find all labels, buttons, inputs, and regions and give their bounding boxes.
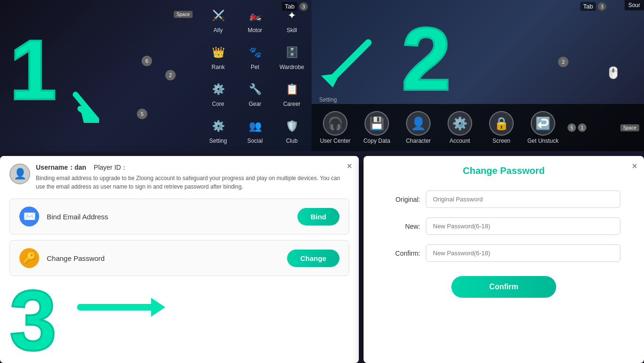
wardrobe-label: Wardrobe [280, 64, 304, 70]
username-row: Username：dan Player ID： [36, 164, 349, 172]
right-tab-badge: 3 [598, 2, 606, 11]
ally-icon: ⚔️ [209, 6, 228, 25]
character-icon: 👤 [406, 111, 431, 136]
menu-item-career[interactable]: 📋 Career [274, 76, 310, 112]
menu-item-motor[interactable]: 🏍️ Motor [237, 2, 273, 38]
account-icon: ⚙️ [448, 111, 472, 136]
menu-item-gear[interactable]: 🔧 Gear [237, 76, 273, 112]
badge-5-left: 5 [137, 109, 147, 119]
menu-item-setting[interactable]: ⚙️ Setting [200, 112, 236, 148]
sour-label: Sour [625, 0, 644, 10]
badge-2-left: 2 [165, 70, 176, 80]
menu-item-pet[interactable]: 🐾 Pet [237, 39, 273, 75]
space-badge-left: Space [174, 11, 193, 18]
copy-data-label: Copy Data [364, 138, 390, 144]
badge-6: 6 [142, 56, 152, 66]
bottom-icon-get-unstuck[interactable]: ↩️ Get Unstuck [524, 111, 562, 144]
motor-icon: 🏍️ [246, 6, 264, 25]
bottom-icon-user-center[interactable]: 🎧 User Center [316, 111, 354, 144]
account-label: Account [449, 138, 470, 144]
change-password-button[interactable]: Change [287, 250, 339, 267]
username-text: Username：dan [36, 164, 86, 172]
skill-icon: ✦ [282, 6, 301, 25]
change-password-card: 🔑 Change Password Change [9, 240, 349, 276]
right-tab-bar: Tab 3 [580, 2, 606, 11]
core-label: Core [212, 101, 224, 107]
career-icon: 📋 [282, 80, 301, 99]
get-unstuck-label: Get Unstuck [527, 138, 559, 144]
menu-item-ally[interactable]: ⚔️ Ally [200, 2, 236, 38]
account-dialog-body: ✉️ Bind Email Address Bind 🔑 Change Pass… [0, 191, 359, 284]
get-unstuck-icon: ↩️ [531, 111, 555, 136]
gear-icon: 🔧 [246, 80, 264, 99]
core-icon: ⚙️ [209, 80, 228, 99]
screen-icon: 🔒 [489, 111, 514, 136]
account-dialog-close[interactable]: × [347, 161, 352, 172]
career-label: Career [283, 101, 301, 107]
right-tab-label: Tab [580, 2, 596, 11]
account-dialog-header: 👤 Username：dan Player ID： Binding email … [0, 156, 359, 191]
ally-label: Ally [213, 27, 222, 34]
confirm-password-input[interactable] [426, 244, 620, 262]
account-dialog: × 👤 Username：dan Player ID： Binding emai… [0, 156, 359, 363]
motor-label: Motor [248, 27, 263, 34]
social-icon: 👥 [246, 117, 264, 136]
badge-2-right: 2 [558, 57, 568, 67]
password-icon: 🔑 [19, 248, 39, 268]
user-avatar: 👤 [9, 164, 30, 184]
bottom-icon-copy-data[interactable]: 💾 Copy Data [358, 111, 396, 144]
badge-5-right: 5 [568, 123, 576, 132]
bind-email-button[interactable]: Bind [297, 208, 339, 225]
bottom-icon-character[interactable]: 👤 Character [399, 111, 437, 144]
sour-text: Sour [628, 2, 640, 9]
pet-icon: 🐾 [246, 43, 264, 62]
bind-email-card: ✉️ Bind Email Address Bind [9, 199, 349, 234]
email-icon: ✉️ [19, 207, 39, 226]
confirm-password-row: Confirm: [387, 244, 620, 262]
change-password-dialog: × Change Password Original: New: Confirm… [364, 156, 644, 363]
confirm-label: Confirm: [387, 250, 420, 257]
rank-label: Rank [212, 64, 225, 70]
menu-item-rank[interactable]: 👑 Rank [200, 39, 236, 75]
new-password-input[interactable] [426, 217, 620, 235]
menu-item-skill[interactable]: ✦ Skill [274, 2, 310, 38]
original-password-row: Original: [387, 190, 620, 208]
password-dialog-title: Change Password [373, 165, 635, 176]
original-password-input[interactable] [426, 190, 620, 208]
user-info: Username：dan Player ID： Binding email ad… [36, 164, 349, 191]
character-label: Character [406, 138, 431, 144]
gear-label: Gear [249, 101, 262, 107]
pet-label: Pet [251, 64, 259, 70]
right-panel-badges: 5 1 [568, 123, 586, 132]
password-dialog-close[interactable]: × [632, 161, 637, 172]
club-icon: 🛡️ [282, 117, 301, 136]
rank-icon: 👑 [209, 43, 228, 62]
badge-1-right: 1 [578, 123, 586, 132]
change-password-label: Change Password [47, 254, 280, 262]
setting-text-right: Setting [319, 96, 337, 103]
setting-icon: ⚙️ [209, 117, 228, 136]
bind-description: Binding email address to upgrade to be Z… [36, 174, 349, 191]
new-label: New: [387, 223, 420, 230]
user-center-label: User Center [320, 138, 351, 144]
confirm-button[interactable]: Confirm [451, 276, 556, 298]
bind-email-label: Bind Email Address [47, 213, 290, 221]
password-dialog-header: Change Password [364, 156, 644, 186]
left-game-panel: Tab 3 ⚔️ Ally 🏍️ Motor ✦ Skill 👑 Rank 🐾 … [0, 0, 312, 151]
bottom-icon-account[interactable]: ⚙️ Account [441, 111, 479, 144]
space-area-left: Space [174, 11, 193, 18]
mouse-icon: 🖱️ [606, 66, 620, 79]
social-label: Social [247, 138, 263, 144]
right-game-panel: Tab 3 Sour 2 🖱️ 🎧 User Center 💾 Copy Dat… [312, 0, 644, 151]
copy-data-icon: 💾 [364, 111, 389, 136]
bottom-icon-screen[interactable]: 🔒 Screen [483, 111, 520, 144]
menu-item-club[interactable]: 🛡️ Club [274, 112, 310, 148]
menu-item-wardrobe[interactable]: 🗄️ Wardrobe [274, 39, 310, 75]
game-menu-grid: ⚔️ Ally 🏍️ Motor ✦ Skill 👑 Rank 🐾 Pet 🗄️… [198, 0, 312, 151]
menu-item-core[interactable]: ⚙️ Core [200, 76, 236, 112]
menu-item-social[interactable]: 👥 Social [237, 112, 273, 148]
new-password-row: New: [387, 217, 620, 235]
wardrobe-icon: 🗄️ [282, 43, 301, 62]
bottom-icon-bar: 🎧 User Center 💾 Copy Data 👤 Character ⚙️… [312, 104, 644, 151]
player-id-text: Player ID： [94, 164, 128, 172]
